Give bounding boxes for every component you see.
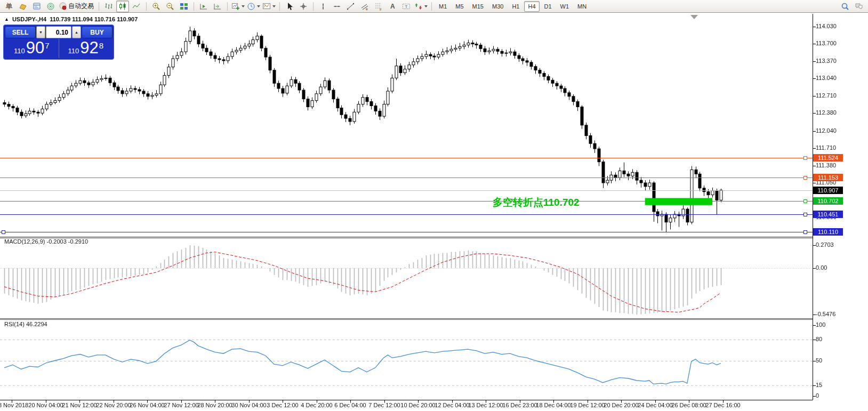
- chart-title: ▲ USDJPY-,H4 110.739 111.094 110.716 110…: [4, 16, 138, 22]
- mt4-window: 单自动交易EFATM1M5M15M30H1H4D1W1MN ▲ USDJPY-,…: [0, 0, 868, 411]
- bar-chart-button[interactable]: [102, 1, 115, 12]
- buy-price-base: 110: [68, 47, 79, 55]
- timeframe-m30-button[interactable]: M30: [488, 1, 507, 12]
- timeframe-m15-button[interactable]: M15: [469, 1, 487, 12]
- dropdown-caret-icon[interactable]: [242, 5, 245, 7]
- price-chart-canvas[interactable]: [0, 0, 868, 411]
- time-tick-label: 7 Dec 12:00: [368, 402, 400, 408]
- toolbar-right-group: [838, 1, 866, 12]
- volume-input[interactable]: 0.10: [46, 26, 71, 38]
- sell-price-point: 7: [45, 41, 49, 50]
- tile-windows-button[interactable]: [178, 1, 190, 12]
- text-label-button[interactable]: T: [400, 1, 413, 12]
- price-badge-110.110: 110.110: [813, 228, 843, 236]
- dropdown-caret-icon[interactable]: [272, 5, 276, 7]
- vertical-line-button[interactable]: [317, 1, 329, 12]
- panel-collapse-icon[interactable]: ▲: [4, 17, 9, 22]
- timeframe-d1-button[interactable]: D1: [541, 1, 556, 12]
- price-badge-110.702: 110.702: [813, 197, 843, 205]
- zoom-out-button[interactable]: [164, 1, 176, 12]
- turning-point-annotation[interactable]: 多空转折点110.702: [493, 196, 580, 209]
- svg-text:A: A: [390, 3, 395, 10]
- time-tick-label: 21 Nov 12:00: [62, 402, 97, 408]
- auto-trading-button[interactable]: 自动交易: [58, 1, 95, 12]
- candlestick-chart-button[interactable]: [116, 1, 129, 12]
- new-order-icon[interactable]: [17, 1, 29, 12]
- buy-button[interactable]: BUY: [82, 26, 112, 38]
- crosshair-button[interactable]: [297, 1, 310, 12]
- buy-price[interactable]: 110928: [59, 39, 113, 58]
- search-icon[interactable]: [839, 1, 851, 12]
- price-tick-label: 112.710: [816, 92, 837, 99]
- timeframe-mn-button[interactable]: MN: [574, 1, 590, 12]
- templates-button[interactable]: [262, 1, 276, 12]
- trendline-button[interactable]: [344, 1, 357, 12]
- dropdown-caret-icon[interactable]: [424, 5, 428, 7]
- chart-symbol-period: USDJPY-,H4: [12, 16, 46, 22]
- toolbar-separator: [279, 2, 280, 11]
- time-tick-label: 12 Dec 04:00: [435, 402, 469, 408]
- chat-icon[interactable]: [853, 1, 865, 12]
- rsi-tick-label: 0: [816, 392, 819, 399]
- volume-down-button[interactable]: ▼: [36, 26, 45, 38]
- cursor-button[interactable]: [283, 1, 296, 12]
- arrows-button[interactable]: [414, 1, 428, 12]
- line-chart-button[interactable]: [130, 1, 143, 12]
- toolbar: 单自动交易EFATM1M5M15M30H1H4D1W1MN: [0, 0, 868, 13]
- buy-price-pips: 92: [80, 41, 98, 55]
- macd-indicator-label: MACD(12,26,9) -0.2003 -0.2910: [4, 238, 88, 245]
- chart-ohlc-values: 110.739 111.094 110.716 110.907: [50, 16, 138, 22]
- new-chart-button[interactable]: [231, 1, 245, 12]
- price-tick-label: 112.380: [816, 109, 837, 116]
- time-tick-label: 26 Nov 04:00: [130, 402, 164, 408]
- dropdown-caret-icon[interactable]: [257, 5, 260, 7]
- periods-button[interactable]: [246, 1, 261, 12]
- text-button[interactable]: A: [386, 1, 399, 12]
- price-tick-label: 113.370: [816, 58, 837, 64]
- rsi-tick-label: 50: [816, 357, 822, 364]
- equidistant-channel-button[interactable]: E: [358, 1, 371, 12]
- rsi-tick-label: 80: [816, 336, 822, 342]
- auto-scroll-button[interactable]: [197, 1, 210, 12]
- price-badge-110.907: 110.907: [813, 187, 843, 194]
- sell-button[interactable]: SELL: [5, 26, 36, 38]
- time-tick-label: 26 Dec 08:00: [671, 402, 706, 408]
- time-tick-label: 28 Nov 20:00: [197, 402, 232, 408]
- fibonacci-button[interactable]: F: [372, 1, 385, 12]
- time-tick-label: 4 Dec 20:00: [301, 402, 332, 408]
- toolbar-separator: [194, 2, 194, 11]
- profile-icon[interactable]: [30, 1, 43, 12]
- timeframe-m5-button[interactable]: M5: [452, 1, 467, 12]
- one-click-trading-panel: SELL ▼ 0.10 ▲ BUY 110907 110928: [3, 25, 114, 60]
- volume-up-button[interactable]: ▲: [72, 26, 81, 38]
- sell-price-pips: 90: [26, 41, 44, 55]
- time-tick-label: 20 Nov 04:00: [28, 402, 63, 408]
- price-badge-111.524: 111.524: [813, 154, 843, 162]
- macd-tick-label: 0.00: [816, 264, 827, 271]
- price-badge-110.451: 110.451: [813, 211, 843, 218]
- svg-text:F: F: [380, 8, 382, 11]
- price-tick-label: 111.380: [816, 162, 836, 168]
- time-tick-label: 16 Dec 23:00: [502, 402, 537, 408]
- toolbar-separator: [146, 2, 147, 11]
- toolbar-separator: [313, 2, 314, 11]
- timeframe-w1-button[interactable]: W1: [557, 1, 573, 12]
- sell-price[interactable]: 110907: [5, 39, 59, 58]
- sell-price-base: 110: [14, 47, 25, 55]
- toolbar-separator: [99, 2, 99, 11]
- price-badge-111.153: 111.153: [813, 174, 843, 181]
- horizontal-line-button[interactable]: [331, 1, 343, 12]
- time-tick-label: 18 Dec 04:00: [536, 402, 570, 408]
- time-tick-label: 19 Dec 12:00: [570, 402, 605, 408]
- chart-shift-button[interactable]: [211, 1, 224, 12]
- price-tick-label: 113.040: [816, 75, 837, 81]
- market-watch-icon[interactable]: [44, 1, 57, 12]
- timeframe-h4-button[interactable]: H4: [524, 1, 539, 12]
- time-tick-label: 22 Nov 20:00: [96, 402, 131, 408]
- new-order-partial-label[interactable]: 单: [3, 1, 15, 12]
- time-tick-label: 10 Dec 20:00: [400, 402, 435, 408]
- timeframe-h1-button[interactable]: H1: [508, 1, 523, 12]
- timeframe-m1-button[interactable]: M1: [435, 1, 451, 12]
- zoom-in-button[interactable]: [150, 1, 163, 12]
- time-tick-label: 27 Nov 12:00: [164, 402, 198, 408]
